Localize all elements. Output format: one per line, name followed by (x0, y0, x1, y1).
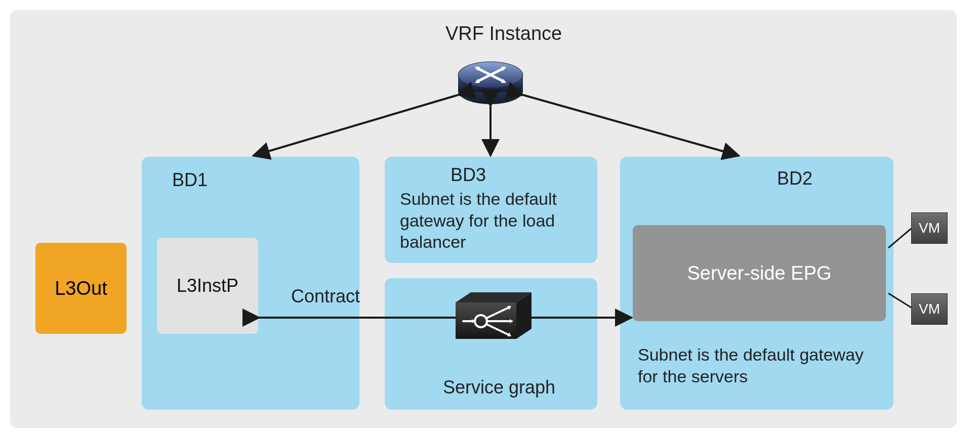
l3out-label: L3Out (55, 278, 107, 299)
router-icon (458, 62, 523, 104)
contract-label: Contract (291, 286, 360, 307)
vrf-title: VRF Instance (445, 23, 562, 45)
arrow-router-bd2 (523, 95, 739, 156)
bd2-subtitle: Subnet is the default gateway for the se… (638, 344, 881, 387)
svg-rect-1 (458, 76, 523, 92)
arrow-router-bd1 (253, 95, 458, 156)
l3out-box: L3Out (35, 243, 127, 334)
bd1-box: BD1 L3InstP (142, 157, 359, 410)
bd3-box: BD3 Subnet is the default gateway for th… (385, 157, 597, 263)
svg-point-0 (458, 78, 523, 104)
vm-icon: VM (911, 293, 948, 325)
bd2-title: BD2 (777, 168, 812, 189)
svg-point-2 (458, 62, 523, 88)
bd1-title: BD1 (172, 169, 208, 191)
service-graph-box: Service graph (385, 278, 597, 410)
bd3-subtitle: Subnet is the default gateway for the lo… (400, 188, 592, 253)
l3instp-box: L3InstP (157, 238, 258, 334)
vrf-instance-container: VRF Instance L3Out BD1 L3InstP BD3 Subne… (10, 10, 957, 428)
server-side-epg-label: Server-side EPG (687, 262, 831, 284)
server-side-epg-box: Server-side EPG (633, 225, 886, 321)
service-graph-label: Service graph (443, 377, 555, 398)
vm-icon: VM (911, 212, 948, 244)
l3instp-label: L3InstP (177, 275, 238, 296)
bd2-box: BD2 Server-side EPG Subnet is the defaul… (620, 157, 893, 410)
bd3-title: BD3 (451, 164, 486, 186)
